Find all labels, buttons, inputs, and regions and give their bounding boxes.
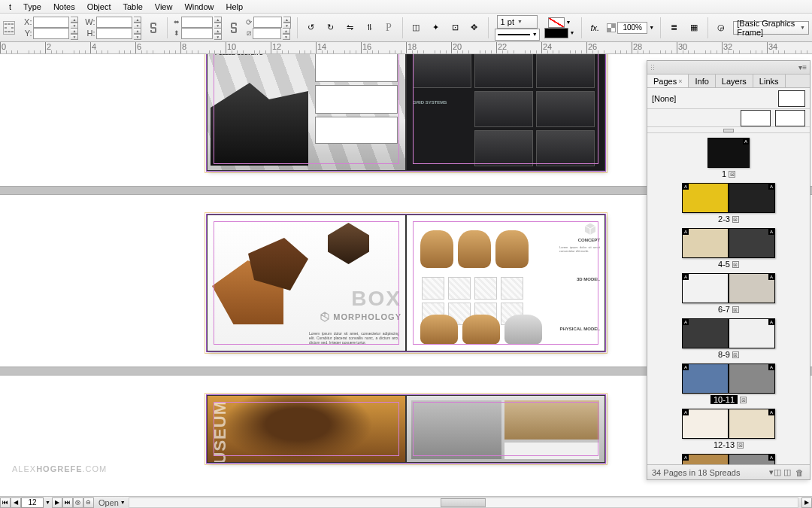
object-style-dropdown[interactable]: [Basic Graphics Frame]▼	[733, 21, 809, 35]
x-input[interactable]	[33, 17, 69, 28]
page-thumb-10-11[interactable]: AA10-11⊠	[647, 364, 810, 404]
scale-y-spin[interactable]: ▲▼	[214, 28, 222, 39]
stroke-weight-dropdown[interactable]: 1 pt▼	[497, 15, 538, 29]
new-page-icon[interactable]: ▾◫	[769, 467, 781, 478]
menu-item-type[interactable]: Type	[17, 0, 47, 14]
tab-info[interactable]: Info	[689, 75, 715, 87]
page-thumb-1[interactable]: A1⊠	[647, 138, 810, 178]
page-15[interactable]	[406, 395, 605, 463]
opacity-input[interactable]	[617, 22, 647, 34]
panel-header[interactable]: ▾≡	[647, 61, 810, 75]
wrap-around-icon[interactable]: ▦	[686, 20, 701, 36]
first-page-button[interactable]: ⏮	[0, 497, 11, 508]
paragraph-icon[interactable]: P	[381, 20, 396, 36]
flip-h-icon[interactable]: ⇋	[342, 20, 357, 36]
pages-panel: ▾≡ Pages× Info Layers Links [None] A1⊠AA…	[647, 60, 810, 480]
scrollbar-thumb[interactable]	[441, 498, 486, 507]
y-label: Y:	[20, 29, 32, 38]
menu-item-object[interactable]: Object	[81, 0, 117, 14]
wrap-none-icon[interactable]: ≣	[667, 20, 682, 36]
status-dropdown-icon[interactable]: ▼	[120, 500, 126, 505]
tab-links[interactable]: Links	[753, 75, 786, 87]
horizontal-scrollbar[interactable]	[129, 497, 798, 508]
fill-menu-icon[interactable]: ▼	[566, 20, 571, 25]
select-container-icon[interactable]: ◫	[409, 20, 424, 36]
cube-icon	[320, 312, 330, 324]
y-spin[interactable]: ▲▼	[71, 28, 78, 39]
constrain-scale-icon[interactable]	[226, 20, 241, 36]
constrain-icon[interactable]	[146, 20, 161, 36]
h-spin[interactable]: ▲▼	[134, 28, 141, 39]
page-thumb-8-9[interactable]: AA8-9⊠	[647, 318, 810, 359]
master-a-row[interactable]	[647, 109, 810, 127]
page-11[interactable]: GRID SYSTEMS	[406, 54, 605, 171]
tab-pages[interactable]: Pages×	[647, 74, 689, 87]
tab-layers[interactable]: Layers	[716, 75, 753, 87]
rotate-cw-icon[interactable]: ↻	[323, 20, 338, 36]
page-12[interactable]: BOX MORPHOLOGY Lorem ipsum dolor sit ame…	[207, 214, 406, 351]
scroll-right-button[interactable]: ▶	[801, 497, 812, 508]
shear-spin[interactable]: ▲▼	[283, 28, 290, 39]
shear-input[interactable]	[253, 28, 281, 39]
page-thumb-2-3[interactable]: AA2-3⊠	[647, 183, 810, 224]
page-thumb-12-13[interactable]: AA12-13⊠	[647, 409, 810, 449]
stroke-menu-icon[interactable]: ▼	[570, 30, 575, 35]
panel-grip-icon[interactable]	[650, 64, 655, 71]
menu-item-notes[interactable]: Notes	[47, 0, 81, 14]
rotate-spin[interactable]: ▲▼	[283, 17, 291, 28]
center-content-icon[interactable]: ✥	[467, 20, 482, 36]
prev-page-button[interactable]: ◀	[11, 497, 21, 508]
panel-footer: 34 Pages in 18 Spreads ▾◫ ◫ 🗑	[647, 464, 810, 479]
w-input[interactable]	[96, 17, 132, 28]
page-number-input[interactable]	[21, 497, 44, 508]
page-thumb-6-7[interactable]: AA6-7⊠	[647, 273, 810, 314]
control-bar: X:▲▼ Y:▲▼ W:▲▼ H:▲▼ ⬌▲▼ ⬍▲▼ ⟳▲▼ ⧄▲▼ ↺ ↻ …	[0, 14, 812, 42]
rotate-input[interactable]	[253, 17, 282, 28]
menu-item-help[interactable]: Help	[220, 0, 250, 14]
x-spin[interactable]: ▲▼	[71, 17, 78, 28]
cap-concept: CONCEPT	[578, 238, 600, 242]
flip-v-icon[interactable]: ⥮	[362, 20, 377, 36]
panel-splitter[interactable]	[647, 127, 810, 133]
y-input[interactable]	[33, 28, 69, 39]
preflight-icon[interactable]: ◎	[73, 497, 83, 508]
fill-none-swatch[interactable]	[548, 17, 565, 28]
scale-y-input[interactable]	[181, 28, 213, 39]
corner-options-icon[interactable]: ◶	[714, 20, 729, 36]
scale-x-spin[interactable]: ▲▼	[214, 17, 222, 28]
page-14[interactable]: MUSEUM	[207, 395, 406, 463]
create-page-icon[interactable]: ◫	[781, 467, 793, 478]
menu-item-view[interactable]: View	[149, 0, 179, 14]
errors-icon[interactable]: ⊝	[83, 497, 94, 508]
pages-list[interactable]: A1⊠AA2-3⊠AA4-5⊠AA6-7⊠AA8-9⊠AA10-11⊠AA12-…	[647, 133, 810, 464]
horizontal-ruler[interactable]: /*ticks injected below*/ 024681012141618…	[0, 42, 812, 54]
stroke-swatch[interactable]	[544, 28, 568, 38]
box-paragraph: Lorem ipsum dolor sit amet, consectetur …	[309, 331, 399, 345]
rotate-ccw-icon[interactable]: ↺	[304, 20, 319, 36]
page-count-label: 34 Pages in 18 Spreads	[652, 468, 740, 477]
page-thumb-4-5[interactable]: AA4-5⊠	[647, 228, 810, 269]
panel-menu-icon[interactable]: ▾≡	[798, 63, 807, 71]
menu-item-window[interactable]: Window	[178, 0, 220, 14]
delete-page-icon[interactable]: 🗑	[793, 467, 805, 478]
close-icon[interactable]: ×	[678, 78, 682, 85]
menu-item-table[interactable]: Table	[117, 0, 148, 14]
w-spin[interactable]: ▲▼	[134, 17, 141, 28]
stroke-style-dropdown[interactable]: ▼	[495, 29, 540, 41]
page-thumb-14-15[interactable]: AA14-15⊠	[647, 454, 810, 464]
h-input[interactable]	[96, 28, 132, 39]
fit-content-icon[interactable]: ⊡	[447, 20, 462, 36]
menu-item-partial[interactable]: t	[3, 0, 17, 14]
master-none-row[interactable]: [None]	[647, 88, 810, 109]
box-subtitle: MORPHOLOGY	[333, 312, 401, 321]
h-label: H:	[83, 29, 95, 38]
last-page-button[interactable]: ⏭	[62, 497, 73, 508]
page-13[interactable]: CONCEPT 3D MODEL PHYSICAL MODEL Lorem ip…	[406, 214, 605, 351]
page-dropdown-icon[interactable]: ▼	[45, 500, 50, 505]
next-page-button[interactable]: ▶	[52, 497, 62, 508]
effects-icon[interactable]: fx.	[587, 20, 602, 36]
select-content-icon[interactable]: ✦	[428, 20, 443, 36]
scale-x-input[interactable]	[181, 17, 213, 28]
page-10[interactable]: PUZZLE SOLVER'S	[207, 54, 406, 171]
ref-point-proxy[interactable]	[3, 21, 15, 35]
